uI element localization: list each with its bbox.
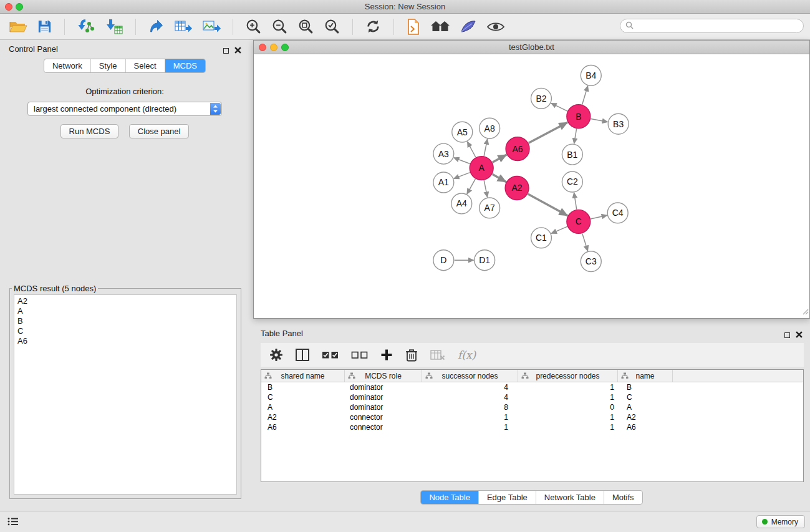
task-history-icon[interactable] [7, 517, 19, 529]
float-panel-icon[interactable] [784, 332, 790, 338]
zoom-out-icon[interactable] [271, 18, 288, 35]
open-document-icon[interactable] [406, 18, 421, 36]
tab-edge-table[interactable]: Edge Table [478, 491, 536, 504]
graph-node-D[interactable]: D [433, 250, 454, 271]
tab-network[interactable]: Network [44, 59, 90, 72]
table-row[interactable]: A6connector11A6 [261, 422, 803, 432]
export-network-icon[interactable] [148, 19, 165, 35]
graph-edge-C-C4[interactable] [591, 215, 607, 219]
graph-edge-A-A3[interactable] [454, 158, 470, 164]
column-header-name[interactable]: name [618, 370, 673, 382]
graph-node-A2[interactable]: A2 [505, 177, 529, 200]
column-header-successor-nodes[interactable]: successor nodes [422, 370, 518, 382]
network-canvas[interactable]: B4B2BB3A5A8A6A3B1AC2A1A2A4A7C4CC1C3DD1 [254, 55, 809, 318]
deselect-all-icon[interactable] [351, 349, 368, 360]
tab-select[interactable]: Select [125, 59, 165, 72]
graph-edge-B-B1[interactable] [574, 128, 577, 143]
settings-gear-icon[interactable] [269, 348, 283, 362]
column-header-mcds-role[interactable]: MCDS role [345, 370, 422, 382]
home-icon[interactable] [430, 19, 450, 34]
close-panel-icon[interactable] [234, 45, 241, 56]
delete-row-icon[interactable] [405, 348, 418, 362]
export-image-icon[interactable] [202, 19, 221, 35]
graph-edge-A-A1[interactable] [454, 173, 470, 179]
graph-node-A5[interactable]: A5 [452, 122, 473, 142]
graph-edge-C-C2[interactable] [574, 193, 577, 210]
graph-node-B1[interactable]: B1 [562, 144, 582, 165]
graph-edge-A-A2[interactable] [493, 174, 506, 181]
result-item[interactable]: A2 [17, 296, 233, 306]
graph-node-A8[interactable]: A8 [480, 118, 500, 138]
zoom-selected-icon[interactable] [324, 18, 340, 35]
graph-edge-C-C3[interactable] [582, 233, 588, 251]
style-brush-icon[interactable] [460, 19, 477, 34]
graph-node-B[interactable]: B [567, 105, 591, 128]
graph-node-A7[interactable]: A7 [480, 198, 500, 218]
table-row[interactable]: A2connector11A2 [261, 412, 803, 422]
show-columns-icon[interactable] [296, 349, 309, 361]
graph-node-C1[interactable]: C1 [531, 228, 552, 248]
result-item[interactable]: A [17, 306, 233, 316]
graph-edge-A-A4[interactable] [467, 179, 476, 194]
column-header-predecessor-nodes[interactable]: predecessor nodes [518, 370, 618, 382]
graph-edge-B-B4[interactable] [582, 86, 588, 105]
open-session-icon[interactable] [9, 19, 27, 35]
import-network-icon[interactable] [77, 18, 95, 36]
table-row[interactable]: Cdominator41C [261, 392, 803, 402]
result-item[interactable]: B [17, 316, 233, 326]
import-table-icon[interactable] [105, 18, 123, 36]
graph-edge-A-A7[interactable] [484, 180, 487, 197]
result-item[interactable]: C [17, 326, 233, 336]
graph-edge-A6-B[interactable] [529, 122, 567, 143]
network-canvas-area[interactable]: B4B2BB3A5A8A6A3B1AC2A1A2A4A7C4CC1C3DD1 [254, 55, 809, 318]
tab-network-table[interactable]: Network Table [536, 491, 604, 504]
graph-edge-A-A8[interactable] [484, 139, 487, 156]
graph-edge-A-A6[interactable] [493, 155, 507, 162]
memory-button[interactable]: Memory [756, 515, 805, 528]
select-all-icon[interactable] [322, 349, 339, 360]
graph-node-C3[interactable]: C3 [581, 251, 601, 272]
run-mcds-button[interactable]: Run MCDS [60, 124, 119, 138]
graph-node-A[interactable]: A [470, 157, 493, 180]
zoom-fit-icon[interactable] [297, 18, 314, 35]
result-item[interactable]: A6 [17, 336, 233, 346]
tab-style[interactable]: Style [90, 59, 125, 72]
graph-node-A3[interactable]: A3 [433, 143, 454, 164]
float-panel-icon[interactable] [223, 48, 229, 54]
search-input[interactable] [637, 21, 797, 32]
zoom-in-icon[interactable] [245, 18, 262, 35]
add-row-icon[interactable] [380, 349, 393, 361]
graph-node-A4[interactable]: A4 [451, 193, 472, 214]
graph-node-B2[interactable]: B2 [531, 88, 552, 109]
criterion-select[interactable]: largest connected component (directed) [27, 102, 222, 116]
graph-edge-C-C1[interactable] [551, 226, 567, 233]
table-row[interactable]: Bdominator41B [261, 382, 803, 392]
graph-node-C[interactable]: C [567, 210, 591, 233]
mcds-result-list[interactable]: A2ABCA6 [14, 294, 237, 495]
tab-node-table[interactable]: Node Table [421, 491, 478, 504]
export-table-icon[interactable] [174, 19, 193, 35]
search-field[interactable] [620, 19, 804, 33]
graph-node-C4[interactable]: C4 [607, 203, 628, 223]
refresh-icon[interactable] [365, 18, 382, 35]
graph-edge-B-B3[interactable] [591, 118, 607, 122]
graph-edge-B-B2[interactable] [551, 103, 567, 111]
graph-node-A1[interactable]: A1 [433, 172, 454, 193]
table-cell: A2 [618, 413, 673, 422]
tab-mcds[interactable]: MCDS [165, 59, 205, 72]
graph-node-A6[interactable]: A6 [506, 137, 529, 161]
show-hide-eye-icon[interactable] [486, 21, 505, 33]
table-row[interactable]: Adominator80A [261, 402, 803, 412]
save-session-icon[interactable] [37, 19, 52, 34]
graph-node-C2[interactable]: C2 [562, 172, 582, 192]
close-panel-button[interactable]: Close panel [129, 124, 190, 138]
graph-node-B4[interactable]: B4 [581, 65, 601, 85]
close-panel-icon[interactable] [796, 329, 803, 341]
tab-motifs[interactable]: Motifs [604, 491, 642, 504]
resize-grip-icon[interactable] [801, 306, 809, 317]
graph-edge-A2-C[interactable] [528, 194, 568, 216]
graph-edge-A-A5[interactable] [467, 142, 475, 157]
graph-node-B3[interactable]: B3 [608, 114, 629, 134]
graph-node-D1[interactable]: D1 [475, 250, 495, 271]
column-header-shared-name[interactable]: shared name [261, 370, 345, 382]
